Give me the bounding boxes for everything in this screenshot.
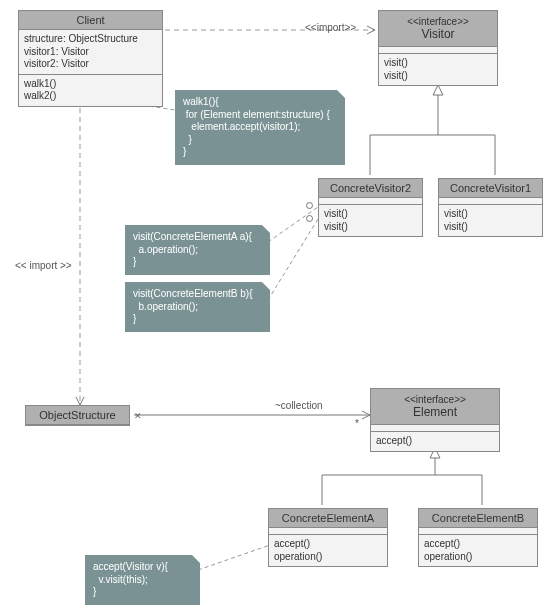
label-import-left: << import >>: [15, 260, 72, 271]
label-collection: ~collection: [275, 400, 323, 411]
ceb-attrs: [419, 528, 537, 535]
visitor-attrs: [379, 47, 497, 54]
op: visit(): [384, 70, 492, 83]
element-ops: accept(): [371, 432, 499, 451]
class-concrete-element-a: ConcreteElementA accept() operation(): [268, 508, 388, 567]
attr: visitor2: Visitor: [24, 58, 157, 71]
op: visit(): [444, 208, 537, 221]
note-visit-b: visit(ConcreteElementB b){ b.operation()…: [125, 282, 270, 332]
ceb-ops: accept() operation(): [419, 535, 537, 566]
visitor-ops: visit() visit(): [379, 54, 497, 85]
objstruct-title: ObjectStructure: [26, 406, 129, 425]
op: visit(): [324, 221, 417, 234]
svg-line-7: [268, 207, 318, 242]
element-attrs: [371, 425, 499, 432]
cea-attrs: [269, 528, 387, 535]
class-client: Client structure: ObjectStructure visito…: [18, 10, 163, 107]
lollipop-icon: [306, 202, 313, 209]
attr: structure: ObjectStructure: [24, 33, 157, 46]
op: visit(): [384, 57, 492, 70]
class-concrete-element-b: ConcreteElementB accept() operation(): [418, 508, 538, 567]
lollipop-visit2: [306, 215, 313, 222]
svg-line-8: [268, 219, 318, 300]
note-accept: accept(Visitor v){ v.visit(this); }: [85, 555, 200, 605]
class-concrete-visitor1: ConcreteVisitor1 visit() visit(): [438, 178, 543, 237]
op: accept(): [376, 435, 494, 448]
cea-ops: accept() operation(): [269, 535, 387, 566]
class-object-structure: ObjectStructure: [25, 405, 130, 426]
class-client-title: Client: [19, 11, 162, 30]
cv2-attrs: [319, 198, 422, 205]
op: visit(): [444, 221, 537, 234]
ceb-title: ConcreteElementB: [419, 509, 537, 528]
op: walk2(): [24, 90, 157, 103]
element-stereotype: <<interface>>: [371, 391, 499, 405]
cv1-attrs: [439, 198, 542, 205]
cv2-ops: visit() visit(): [319, 205, 422, 236]
cv2-title: ConcreteVisitor2: [319, 179, 422, 198]
interface-visitor: <<interface>> Visitor visit() visit(): [378, 10, 498, 86]
svg-line-15: [198, 545, 270, 570]
label-star: *: [355, 418, 359, 429]
class-client-attrs: structure: ObjectStructure visitor1: Vis…: [19, 30, 162, 75]
cv1-ops: visit() visit(): [439, 205, 542, 236]
cea-title: ConcreteElementA: [269, 509, 387, 528]
note-visit-a: visit(ConcreteElementA a){ a.operation()…: [125, 225, 270, 275]
lollipop-visit1: [306, 202, 313, 209]
op: operation(): [424, 551, 532, 564]
label-import-top: <<import>>: [305, 22, 356, 33]
class-concrete-visitor2: ConcreteVisitor2 visit() visit(): [318, 178, 423, 237]
lollipop-icon: [306, 215, 313, 222]
visitor-stereotype: <<interface>>: [379, 13, 497, 27]
op: accept(): [424, 538, 532, 551]
op: accept(): [274, 538, 382, 551]
class-client-ops: walk1() walk2(): [19, 75, 162, 106]
attr: visitor1: Visitor: [24, 46, 157, 59]
element-name: Element: [371, 405, 499, 422]
interface-element: <<interface>> Element accept(): [370, 388, 500, 452]
op: visit(): [324, 208, 417, 221]
visitor-name: Visitor: [379, 27, 497, 44]
note-walk1: walk1(){ for (Element element:structure)…: [175, 90, 345, 165]
cv1-title: ConcreteVisitor1: [439, 179, 542, 198]
op: walk1(): [24, 78, 157, 91]
svg-text:✕: ✕: [134, 411, 142, 421]
op: operation(): [274, 551, 382, 564]
